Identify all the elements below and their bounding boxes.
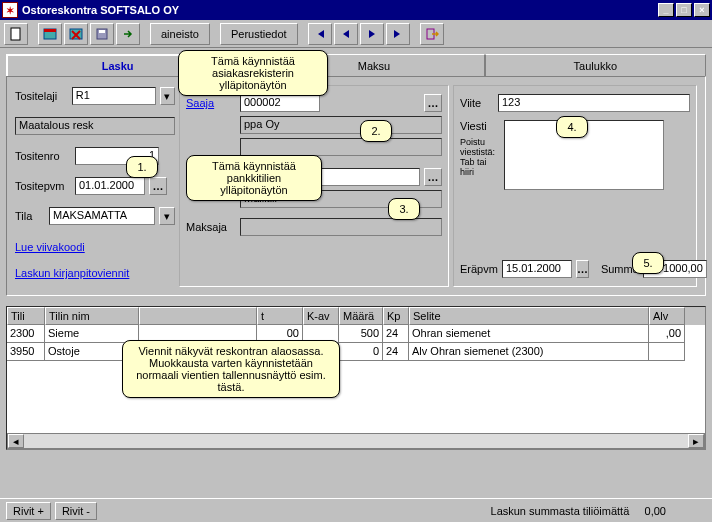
saaja-extra-display: [240, 138, 442, 156]
tositepvm-label: Tositepvm: [15, 180, 71, 192]
tositelaji-label: Tositelaji: [15, 90, 68, 102]
h-scrollbar[interactable]: ◂ ▸: [7, 433, 705, 449]
calendar1-icon[interactable]: [38, 23, 62, 45]
status-value: 0,00: [645, 505, 666, 517]
nav-first-icon[interactable]: [308, 23, 332, 45]
nav-next-icon[interactable]: [360, 23, 384, 45]
svg-rect-7: [99, 30, 105, 33]
callout-4: 4.: [556, 116, 588, 138]
tositelaji-dropdown-icon[interactable]: ▾: [160, 87, 175, 105]
window-title: Ostoreskontra SOFTSALO OY: [22, 4, 658, 16]
svg-rect-0: [11, 28, 20, 40]
rivit-plus-button[interactable]: Rivit +: [6, 502, 51, 520]
exit-icon[interactable]: [420, 23, 444, 45]
callout-3: 3.: [388, 198, 420, 220]
status-text: Laskun summasta tiliöimättä: [491, 505, 630, 517]
col-nimi[interactable]: Tilin nim: [45, 307, 139, 325]
toolbar: aineisto Perustiedot: [0, 20, 712, 48]
viite-field[interactable]: 123: [498, 94, 690, 112]
titlebar: ✶ Ostoreskontra SOFTSALO OY _ □ ×: [0, 0, 712, 20]
callout-5: 5.: [632, 252, 664, 274]
tositepvm-field[interactable]: 01.01.2000: [75, 177, 145, 195]
col-maara[interactable]: Määrä: [339, 307, 383, 325]
poistu-hint: Poistu viestistä: Tab tai hiiri: [460, 138, 500, 178]
tab-taulukko[interactable]: Taulukko: [485, 54, 706, 76]
callout-2: 2.: [360, 120, 392, 142]
tositenro-label: Tositenro: [15, 150, 71, 162]
reskontra-display: Maatalous resk: [15, 117, 175, 135]
save-icon[interactable]: [90, 23, 114, 45]
erapvm-field[interactable]: 15.01.2000: [502, 260, 572, 278]
grid-header: Tili Tilin nim t K-av Määrä Kp Selite Al…: [7, 307, 705, 325]
form-panel: Tositelaji R1 ▾ Maatalous resk Tositenro…: [6, 76, 706, 296]
grid-table: Tili Tilin nim t K-av Määrä Kp Selite Al…: [6, 306, 706, 450]
callout-1: 1.: [126, 156, 158, 178]
maksaja-label: Maksaja: [186, 221, 236, 233]
nav-last-icon[interactable]: [386, 23, 410, 45]
col-at[interactable]: t: [257, 307, 303, 325]
col-selite[interactable]: Selite: [409, 307, 649, 325]
tositelaji-field[interactable]: R1: [72, 87, 156, 105]
tositepvm-picker-button[interactable]: …: [149, 177, 167, 195]
viesti-label: Viesti: [460, 120, 500, 132]
callout-viennit: Viennit näkyvät reskontran alaosassa. Mu…: [122, 340, 340, 398]
scroll-right-icon[interactable]: ▸: [688, 434, 704, 448]
erapvm-label: Eräpvm: [460, 263, 498, 275]
col-kp[interactable]: Kp: [383, 307, 409, 325]
callout-asiakasrekisteri: Tämä käynnistää asiakasrekisterin ylläpi…: [178, 50, 328, 96]
saaja-code-field[interactable]: 000002: [240, 94, 320, 112]
tila-field[interactable]: MAKSAMATTA: [49, 207, 155, 225]
saaja-name-display: ppa Oy: [240, 116, 442, 134]
col-tili[interactable]: Tili: [7, 307, 45, 325]
left-column: Tositelaji R1 ▾ Maatalous resk Tositenro…: [15, 85, 175, 287]
calendar-delete-icon[interactable]: [64, 23, 88, 45]
callout-pankkitilit: Tämä käynnistää pankkitilien ylläpitonäy…: [186, 155, 322, 201]
aineisto-button[interactable]: aineisto: [150, 23, 210, 45]
tab-strip: Lasku Maksu Taulukko: [6, 54, 706, 76]
table-row[interactable]: 3950Ostoje00024Alv Ohran siemenet (2300): [7, 343, 705, 361]
close-button[interactable]: ×: [694, 3, 710, 17]
tila-dropdown-icon[interactable]: ▾: [159, 207, 175, 225]
minimize-button[interactable]: _: [658, 3, 674, 17]
arrow-icon[interactable]: [116, 23, 140, 45]
tila-label: Tila: [15, 210, 45, 222]
pankkitili-lookup-button[interactable]: …: [424, 168, 442, 186]
col-af[interactable]: [139, 307, 257, 325]
viite-label: Viite: [460, 97, 494, 109]
col-alv[interactable]: Alv: [649, 307, 685, 325]
new-doc-icon[interactable]: [4, 23, 28, 45]
rivit-minus-button[interactable]: Rivit -: [55, 502, 97, 520]
table-row[interactable]: 2300Sieme0050024Ohran siemenet,00: [7, 325, 705, 343]
svg-rect-2: [44, 29, 56, 32]
laskun-kirjanpitoviennit-link[interactable]: Laskun kirjanpitoviennit: [15, 267, 175, 279]
perustiedot-button[interactable]: Perustiedot: [220, 23, 298, 45]
maximize-button[interactable]: □: [676, 3, 692, 17]
statusbar: Rivit + Rivit - Laskun summasta tiliöimä…: [0, 498, 712, 522]
nav-prev-icon[interactable]: [334, 23, 358, 45]
app-icon: ✶: [2, 2, 18, 18]
erapvm-picker-button[interactable]: …: [576, 260, 589, 278]
lue-viivakoodi-link[interactable]: Lue viivakoodi: [15, 241, 175, 253]
scroll-left-icon[interactable]: ◂: [8, 434, 24, 448]
grid-body[interactable]: 2300Sieme0050024Ohran siemenet,003950Ost…: [7, 325, 705, 433]
saaja-link[interactable]: Saaja: [186, 97, 236, 109]
col-kav[interactable]: K-av: [303, 307, 339, 325]
saaja-lookup-button[interactable]: …: [424, 94, 442, 112]
maksaja-display: [240, 218, 442, 236]
